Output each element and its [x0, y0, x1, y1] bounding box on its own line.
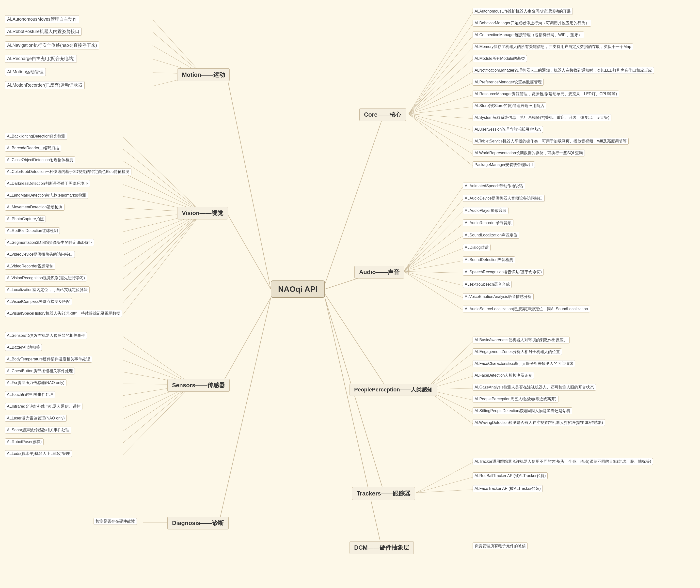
leaf-core-13: PackageManager安装或管理应用 — [473, 161, 535, 168]
svg-line-41 — [404, 271, 463, 310]
svg-line-51 — [123, 385, 192, 443]
svg-line-32 — [404, 199, 463, 271]
svg-line-40 — [404, 271, 463, 298]
leaf-vision-5: ALLandMarkDetection标志物(Naomarks)检测 — [5, 192, 88, 199]
leaf-vision-12: ALVisionRecognition视觉识别(需先进行学习) — [5, 275, 87, 281]
leaf-motion-4: ALMotion运动管理 — [5, 68, 46, 76]
svg-line-56 — [409, 48, 473, 114]
svg-line-38 — [404, 271, 463, 273]
category-diagnosis: Diagnosis——诊断 — [167, 517, 229, 529]
leaf-vision-0: ALBacklightingDetection背光检测 — [5, 133, 67, 140]
svg-line-76 — [416, 477, 473, 493]
leaf-sensors-9: ALRobotPose(被弃) — [5, 438, 44, 445]
leaf-core-0: ALAutonomousLife维护机器人生命周期管理活动的开展 — [473, 8, 573, 15]
svg-line-26 — [123, 212, 202, 267]
leaf-sensors-3: ALChestButton胸部按钮相关事件处理 — [5, 368, 75, 374]
svg-line-8 — [325, 298, 382, 547]
svg-line-58 — [409, 71, 473, 114]
leaf-audio-2: ALAudioPlayer播放音频 — [463, 207, 509, 214]
category-audio: Audio——声音 — [355, 266, 404, 279]
leaf-vision-8: ALRedBallDetection红球检测 — [5, 227, 60, 234]
category-people: PeoplePerception——人类感知 — [349, 384, 437, 396]
svg-line-7 — [219, 298, 271, 522]
leaf-core-7: ALResourceManager资源管理，资源包括(运动单元、麦克风、LED灯… — [473, 91, 619, 97]
leaf-trackers-0: ALTracker通用跟踪器允许机器人使用不同的方法(头、全身、移动)跟踪不同的… — [473, 458, 653, 465]
center-node: NAOqi API — [271, 280, 325, 298]
svg-line-18 — [123, 173, 202, 212]
svg-line-55 — [409, 36, 473, 114]
leaf-core-3: ALMemory储存了机器人的所有关键信息，并支持用户自定义数据的存取，类似于一… — [473, 43, 633, 50]
svg-line-34 — [404, 224, 463, 271]
svg-line-0 — [226, 74, 271, 289]
leaf-core-12: ALWorldRepresentation长期数据的存储，可执行一些SQL查询 — [473, 150, 585, 156]
svg-line-60 — [409, 95, 473, 114]
leaf-vision-2: ALCloseObjectDetection附近物体检测 — [5, 156, 75, 163]
svg-line-36 — [404, 248, 463, 271]
leaf-diagnosis-0: 检测是否存在硬件故障 — [93, 518, 137, 525]
leaf-vision-15: ALVisualSpaceHistory机器人头部运动时，持续跟踪记录视觉数据 — [5, 310, 122, 317]
leaf-vision-13: ALLocalization室内定位，可自己实现定位算法 — [5, 286, 90, 293]
leaf-sensors-6: ALInfrared允许红外线与机器人通信、遥控 — [5, 403, 82, 410]
svg-line-10 — [153, 32, 202, 74]
leaf-motion-5: ALMotionRecorder(已废弃)运动记录器 — [5, 81, 85, 89]
leaf-sensors-0: ALSensors负责发布机器人传感器的相关事件 — [5, 332, 87, 339]
leaf-sensors-7: ALLaser激光雷达管理(NAO only) — [5, 415, 67, 422]
category-dcm: DCM——硬件抽象层 — [349, 541, 414, 554]
leaf-core-5: ALNotificationManager管理机器人上的通知，机器人在接收到通知… — [473, 67, 654, 74]
leaf-core-2: ALConnectionManager连接管理（包括有线网、WIFI、蓝牙） — [473, 31, 584, 38]
leaf-sensors-10: ALLeds(低水平)机器人上LED灯管理 — [5, 450, 72, 457]
svg-line-15 — [123, 137, 202, 212]
leaf-people-0: ALBasicAwareness使机器人对环境的刺激作出反应、 — [473, 337, 570, 343]
leaf-audio-1: ALAudioDevice提供机器人音频设备访问接口 — [463, 195, 545, 202]
svg-line-3 — [221, 298, 271, 385]
mind-map: NAOqi API Motion——运动 ALAutonomousMoves管理… — [0, 0, 700, 588]
svg-line-31 — [404, 187, 463, 271]
leaf-sensors-8: ALSonar超声波传感器相关事件处理 — [5, 427, 71, 433]
svg-line-5 — [325, 294, 388, 389]
svg-line-39 — [404, 271, 463, 285]
svg-line-75 — [416, 463, 473, 493]
leaf-core-1: ALBehaviorManager开始或者停止行为（可调用其他应用的行为） — [473, 20, 591, 27]
svg-line-16 — [123, 149, 202, 212]
svg-line-66 — [409, 114, 473, 166]
svg-line-1 — [226, 212, 271, 289]
leaf-audio-7: ALSpeechRecognition语音识别(基于命令词) — [463, 269, 544, 276]
category-core: Core——核心 — [360, 108, 406, 121]
svg-line-30 — [123, 212, 202, 314]
leaf-audio-0: ALAnimatedSpeech带动作地说话 — [463, 183, 525, 189]
leaf-sensors-4: ALFsr脚底压力传感器(NAO only) — [5, 379, 66, 386]
svg-line-42 — [123, 337, 192, 385]
svg-line-35 — [404, 236, 463, 271]
svg-line-64 — [409, 114, 473, 142]
leaf-vision-7: ALPhotoCapture拍照 — [5, 216, 46, 222]
leaf-people-2: ALFaceCharacteristics基于人脸分析来预测人的面部情绪 — [473, 360, 575, 367]
leaf-core-9: ALSystem获取系统信息，执行系统操作(关机、重启、升级、恢复出厂设置等) — [473, 114, 611, 121]
leaf-core-10: ALUserSession管理当前活跃用户状态 — [473, 126, 543, 133]
svg-line-67 — [426, 341, 473, 389]
leaf-sensors-2: ALBodyTemperature硬件部件温度相关事件处理 — [5, 356, 92, 363]
leaf-people-3: ALFaceDetection人脸检测及识别 — [473, 372, 534, 379]
svg-line-63 — [409, 114, 473, 130]
leaf-people-5: ALPeoplePerception周围人物感知(靠近或离开) — [473, 396, 559, 402]
svg-line-65 — [409, 114, 473, 154]
svg-line-62 — [409, 114, 473, 119]
leaf-trackers-1: ALRedBallTracker API(被ALTracker代替) — [473, 472, 548, 479]
svg-line-77 — [416, 490, 473, 493]
leaf-vision-9: ALSegmentation3D追踪摄像头中的特定Blob特征 — [5, 239, 94, 246]
leaf-motion-3: ALRecharge自主充电(配合充电站) — [5, 55, 77, 63]
leaf-people-7: ALWavingDetection检测是否有人在注视并跟机器人打招呼(需要3D传… — [473, 419, 605, 426]
leaf-audio-6: ALSoundDetection声音检测 — [463, 256, 515, 263]
svg-line-59 — [409, 83, 473, 114]
leaf-people-4: ALGazeAnalysis检测人是否在注视机器人、还可检测人眼的开合状态 — [473, 384, 596, 391]
leaf-sensors-1: ALBattery电池相关 — [5, 344, 42, 351]
svg-line-54 — [409, 24, 473, 114]
leaf-sensors-5: ALTouch触碰相关事件处理 — [5, 391, 55, 398]
svg-line-53 — [409, 12, 473, 114]
svg-line-37 — [404, 261, 463, 271]
leaf-vision-1: ALBarcodeReader二维码扫描 — [5, 145, 61, 152]
leaf-people-6: ALSittingPeopleDetection感知周围人物是坐着还是站着 — [473, 407, 572, 414]
svg-line-61 — [409, 107, 473, 114]
category-motion: Motion——运动 — [177, 68, 230, 81]
leaf-vision-6: ALMovementDetection运动检测 — [5, 204, 64, 211]
svg-line-29 — [123, 212, 202, 303]
